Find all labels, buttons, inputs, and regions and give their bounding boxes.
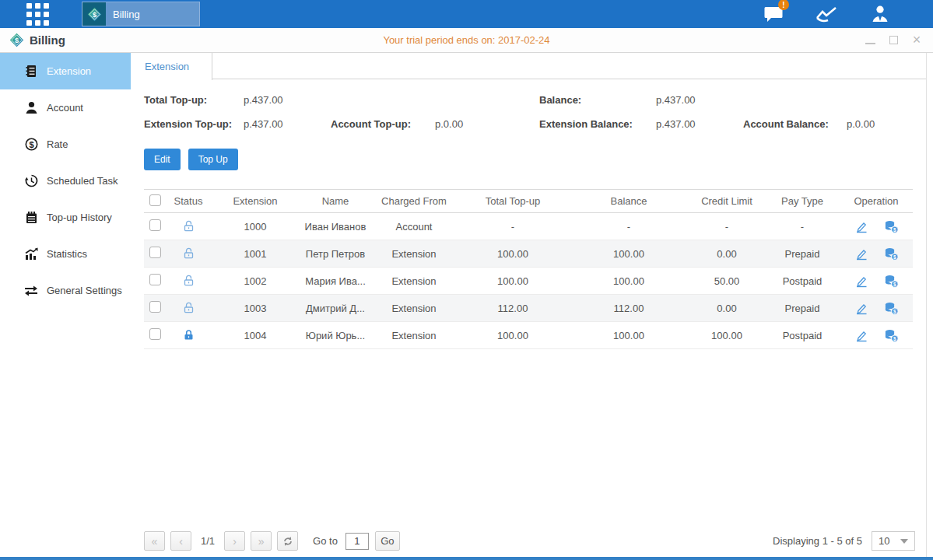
ledger-icon xyxy=(24,65,38,78)
refresh-button[interactable] xyxy=(277,531,298,551)
lock-status-icon[interactable] xyxy=(166,302,211,314)
window-titlebar: Your trial period ends on: 2017-02-24 $ … xyxy=(0,28,933,53)
sidebar-item-general-settings[interactable]: General Settings xyxy=(0,272,131,309)
col-name: Name xyxy=(300,195,371,207)
edit-row-icon[interactable] xyxy=(854,247,868,261)
edit-row-icon[interactable] xyxy=(854,302,868,315)
cell-extension: 1002 xyxy=(211,275,300,287)
table-row: 1004 Юрий Юрь... Extension 100.00 100.00… xyxy=(144,322,913,349)
col-credit-limit: Credit Limit xyxy=(689,195,765,207)
account-balance-label: Account Balance: xyxy=(743,116,847,132)
sidebar-item-label: Statistics xyxy=(47,248,87,260)
cell-extension: 1001 xyxy=(211,248,300,260)
pagination-bar: « ‹ 1/1 › » Go to Go Displaying 1 - 5 of… xyxy=(144,531,915,551)
top-up-button[interactable]: Top Up xyxy=(188,149,238,170)
cell-credit-limit: 0.00 xyxy=(689,248,765,260)
tab-strip: Extension xyxy=(131,53,926,79)
notebook-icon xyxy=(24,211,38,224)
row-checkbox[interactable] xyxy=(149,328,161,340)
resource-monitor-icon[interactable] xyxy=(815,5,840,23)
sidebar-item-extension[interactable]: Extension xyxy=(0,53,131,89)
extension-topup-value: p.437.00 xyxy=(244,116,331,132)
page-size-value: 10 xyxy=(879,535,889,547)
row-checkbox[interactable] xyxy=(149,247,161,258)
lock-status-icon[interactable] xyxy=(166,247,211,260)
top-up-row-icon[interactable]: $ xyxy=(884,329,899,342)
cell-charged-from: Account xyxy=(371,221,457,233)
extension-balance-value: p.437.00 xyxy=(656,116,743,132)
top-up-row-icon[interactable]: $ xyxy=(884,302,899,315)
cell-name: Дмитрий Д... xyxy=(300,303,371,314)
sidebar-item-rate[interactable]: $ Rate xyxy=(0,126,131,163)
cell-charged-from: Extension xyxy=(371,330,457,341)
sidebar-item-scheduled-task[interactable]: Scheduled Task xyxy=(0,163,131,199)
main-panel: Extension Total Top-up: p.437.00 Extensi… xyxy=(131,53,927,557)
page-indicator: 1/1 xyxy=(201,535,215,547)
user-account-icon[interactable] xyxy=(868,5,893,23)
svg-text:$: $ xyxy=(893,281,896,287)
cell-extension: 1003 xyxy=(211,303,300,314)
cell-charged-from: Extension xyxy=(371,303,457,314)
tab-extension[interactable]: Extension xyxy=(131,53,212,80)
prev-page-button[interactable]: ‹ xyxy=(170,531,191,551)
billing-app-icon: $ xyxy=(82,2,106,26)
cell-pay-type: Prepaid xyxy=(765,303,840,314)
row-checkbox[interactable] xyxy=(149,301,161,313)
sidebar-item-account[interactable]: Account xyxy=(0,89,131,126)
col-pay-type: Pay Type xyxy=(765,195,840,207)
taskbar: $ Billing ! xyxy=(0,0,933,28)
col-extension: Extension xyxy=(211,195,300,207)
lock-status-icon[interactable] xyxy=(166,275,211,287)
row-checkbox[interactable] xyxy=(149,219,161,231)
svg-text:$: $ xyxy=(893,308,896,314)
svg-text:$: $ xyxy=(893,226,896,233)
minimize-button[interactable] xyxy=(865,43,875,44)
edit-button[interactable]: Edit xyxy=(144,149,181,170)
cell-charged-from: Extension xyxy=(371,248,457,260)
cell-total-topup: 100.00 xyxy=(457,248,569,260)
messages-icon[interactable]: ! xyxy=(762,5,787,23)
chevron-down-icon xyxy=(900,539,908,544)
goto-label: Go to xyxy=(313,535,338,547)
page-size-select[interactable]: 10 xyxy=(872,531,915,551)
taskbar-tab-billing[interactable]: $ Billing xyxy=(82,2,200,26)
first-page-button[interactable]: « xyxy=(144,531,165,551)
desktop-edge-strip xyxy=(0,557,933,560)
lock-status-icon[interactable] xyxy=(166,329,211,341)
top-up-row-icon[interactable]: $ xyxy=(884,275,899,288)
cell-name: Иван Иванов xyxy=(300,221,371,233)
svg-text:$: $ xyxy=(29,140,33,149)
close-button[interactable]: × xyxy=(911,35,922,46)
sidebar-item-statistics[interactable]: Statistics xyxy=(0,236,131,272)
cell-extension: 1004 xyxy=(211,330,300,341)
cell-total-topup: - xyxy=(457,221,569,233)
table-row: 1000 Иван Иванов Account - - - - $ xyxy=(144,213,913,240)
balance-label: Balance: xyxy=(539,92,656,108)
cell-pay-type: - xyxy=(765,221,840,233)
goto-page-input[interactable] xyxy=(345,533,369,550)
row-checkbox[interactable] xyxy=(149,274,161,285)
extension-balance-label: Extension Balance: xyxy=(539,116,656,132)
last-page-button[interactable]: » xyxy=(251,531,272,551)
next-page-button[interactable]: › xyxy=(224,531,245,551)
select-all-checkbox[interactable] xyxy=(149,194,161,206)
edit-row-icon[interactable] xyxy=(854,275,868,288)
maximize-button[interactable] xyxy=(889,36,898,44)
cell-credit-limit: - xyxy=(689,221,765,233)
edit-row-icon[interactable] xyxy=(854,329,868,342)
lock-status-icon[interactable] xyxy=(166,220,211,233)
cell-credit-limit: 100.00 xyxy=(689,330,765,341)
account-topup-value: p.0.00 xyxy=(435,116,539,132)
top-up-row-icon[interactable]: $ xyxy=(884,220,899,233)
top-up-row-icon[interactable]: $ xyxy=(884,247,899,261)
go-button[interactable]: Go xyxy=(375,531,400,551)
app-launcher-icon[interactable] xyxy=(26,3,49,26)
sidebar-item-topup-history[interactable]: Top-up History xyxy=(0,199,131,236)
extension-topup-label: Extension Top-up: xyxy=(144,116,244,132)
transfer-icon xyxy=(24,284,38,297)
cell-balance: 100.00 xyxy=(569,248,689,260)
edit-row-icon[interactable] xyxy=(854,220,868,233)
svg-text:$: $ xyxy=(893,254,896,260)
person-icon xyxy=(24,101,38,114)
cell-balance: 100.00 xyxy=(569,330,689,341)
